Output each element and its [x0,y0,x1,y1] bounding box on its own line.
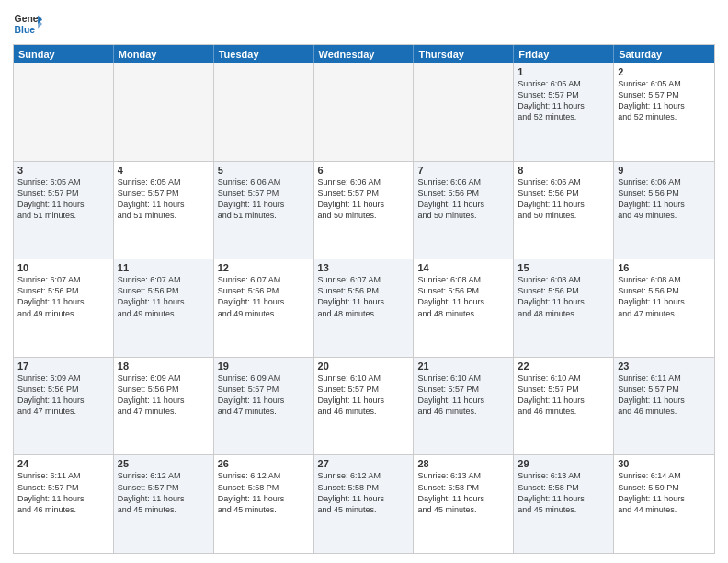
calendar-cell: 10Sunrise: 6:07 AM Sunset: 5:56 PM Dayli… [14,259,114,357]
day-info: Sunrise: 6:05 AM Sunset: 5:57 PM Dayligh… [17,177,109,222]
day-info: Sunrise: 6:12 AM Sunset: 5:58 PM Dayligh… [318,470,410,515]
calendar-cell [414,63,514,161]
calendar-cell: 26Sunrise: 6:12 AM Sunset: 5:58 PM Dayli… [214,455,314,553]
day-number: 21 [417,361,509,372]
day-number: 26 [218,458,310,469]
day-info: Sunrise: 6:06 AM Sunset: 5:56 PM Dayligh… [417,177,509,222]
day-info: Sunrise: 6:08 AM Sunset: 5:56 PM Dayligh… [518,274,609,319]
calendar-cell: 8Sunrise: 6:06 AM Sunset: 5:56 PM Daylig… [514,162,614,259]
day-number: 20 [318,361,410,372]
day-info: Sunrise: 6:10 AM Sunset: 5:57 PM Dayligh… [318,373,410,418]
day-number: 5 [218,165,310,176]
calendar-cell: 4Sunrise: 6:05 AM Sunset: 5:57 PM Daylig… [114,162,214,259]
day-info: Sunrise: 6:09 AM Sunset: 5:56 PM Dayligh… [118,373,210,418]
day-number: 11 [118,262,210,273]
day-number: 8 [518,165,609,176]
calendar-row: 1Sunrise: 6:05 AM Sunset: 5:57 PM Daylig… [14,63,714,161]
day-info: Sunrise: 6:13 AM Sunset: 5:58 PM Dayligh… [518,470,609,515]
day-number: 1 [518,66,609,77]
day-info: Sunrise: 6:12 AM Sunset: 5:57 PM Dayligh… [118,470,210,515]
calendar-cell: 22Sunrise: 6:10 AM Sunset: 5:57 PM Dayli… [514,358,614,455]
calendar-body: 1Sunrise: 6:05 AM Sunset: 5:57 PM Daylig… [14,63,714,553]
day-info: Sunrise: 6:05 AM Sunset: 5:57 PM Dayligh… [118,177,210,222]
day-info: Sunrise: 6:07 AM Sunset: 5:56 PM Dayligh… [218,274,310,319]
calendar-cell: 27Sunrise: 6:12 AM Sunset: 5:58 PM Dayli… [314,455,415,553]
calendar-row: 24Sunrise: 6:11 AM Sunset: 5:57 PM Dayli… [14,454,714,553]
day-number: 6 [318,165,410,176]
day-number: 30 [618,458,711,469]
logo: General Blue [13,9,42,39]
day-info: Sunrise: 6:08 AM Sunset: 5:56 PM Dayligh… [618,274,711,319]
day-info: Sunrise: 6:07 AM Sunset: 5:56 PM Dayligh… [118,274,210,319]
calendar-cell: 6Sunrise: 6:06 AM Sunset: 5:57 PM Daylig… [314,162,415,259]
day-info: Sunrise: 6:05 AM Sunset: 5:57 PM Dayligh… [518,78,609,123]
calendar-cell: 1Sunrise: 6:05 AM Sunset: 5:57 PM Daylig… [514,63,614,161]
weekday-header: Tuesday [214,45,314,63]
day-number: 12 [218,262,310,273]
day-number: 10 [17,262,109,273]
calendar-cell: 29Sunrise: 6:13 AM Sunset: 5:58 PM Dayli… [514,455,614,553]
day-info: Sunrise: 6:11 AM Sunset: 5:57 PM Dayligh… [17,470,109,515]
day-number: 18 [118,361,210,372]
day-number: 25 [118,458,210,469]
day-number: 14 [417,262,509,273]
calendar-cell: 14Sunrise: 6:08 AM Sunset: 5:56 PM Dayli… [414,259,514,357]
day-info: Sunrise: 6:14 AM Sunset: 5:59 PM Dayligh… [618,470,711,515]
day-number: 2 [618,66,711,77]
calendar-cell: 18Sunrise: 6:09 AM Sunset: 5:56 PM Dayli… [114,358,214,455]
day-info: Sunrise: 6:06 AM Sunset: 5:56 PM Dayligh… [518,177,609,222]
day-info: Sunrise: 6:13 AM Sunset: 5:58 PM Dayligh… [417,470,509,515]
weekday-header: Saturday [614,45,714,63]
calendar-cell: 23Sunrise: 6:11 AM Sunset: 5:57 PM Dayli… [614,358,714,455]
day-number: 29 [518,458,609,469]
calendar-cell: 2Sunrise: 6:05 AM Sunset: 5:57 PM Daylig… [614,63,714,161]
day-number: 3 [17,165,109,176]
day-info: Sunrise: 6:06 AM Sunset: 5:57 PM Dayligh… [318,177,410,222]
calendar-cell: 5Sunrise: 6:06 AM Sunset: 5:57 PM Daylig… [214,162,314,259]
weekday-header: Thursday [414,45,514,63]
calendar-row: 17Sunrise: 6:09 AM Sunset: 5:56 PM Dayli… [14,357,714,455]
day-number: 28 [417,458,509,469]
calendar-cell: 17Sunrise: 6:09 AM Sunset: 5:56 PM Dayli… [14,358,114,455]
calendar: SundayMondayTuesdayWednesdayThursdayFrid… [13,44,715,554]
calendar-cell: 24Sunrise: 6:11 AM Sunset: 5:57 PM Dayli… [14,455,114,553]
day-number: 4 [118,165,210,176]
day-info: Sunrise: 6:10 AM Sunset: 5:57 PM Dayligh… [417,373,509,418]
day-info: Sunrise: 6:09 AM Sunset: 5:57 PM Dayligh… [218,373,310,418]
calendar-cell [114,63,214,161]
day-info: Sunrise: 6:08 AM Sunset: 5:56 PM Dayligh… [417,274,509,319]
day-info: Sunrise: 6:06 AM Sunset: 5:56 PM Dayligh… [618,177,711,222]
calendar-cell: 12Sunrise: 6:07 AM Sunset: 5:56 PM Dayli… [214,259,314,357]
calendar-cell [314,63,415,161]
day-number: 7 [417,165,509,176]
day-number: 9 [618,165,711,176]
calendar-cell: 16Sunrise: 6:08 AM Sunset: 5:56 PM Dayli… [614,259,714,357]
svg-text:Blue: Blue [15,25,36,35]
calendar-cell: 30Sunrise: 6:14 AM Sunset: 5:59 PM Dayli… [614,455,714,553]
day-info: Sunrise: 6:10 AM Sunset: 5:57 PM Dayligh… [518,373,609,418]
page-header: General Blue [13,9,715,39]
day-number: 27 [318,458,410,469]
day-number: 13 [318,262,410,273]
logo-icon: General Blue [13,9,42,39]
day-number: 23 [618,361,711,372]
calendar-cell: 13Sunrise: 6:07 AM Sunset: 5:56 PM Dayli… [314,259,415,357]
calendar-cell: 20Sunrise: 6:10 AM Sunset: 5:57 PM Dayli… [314,358,415,455]
calendar-cell: 21Sunrise: 6:10 AM Sunset: 5:57 PM Dayli… [414,358,514,455]
day-info: Sunrise: 6:07 AM Sunset: 5:56 PM Dayligh… [318,274,410,319]
calendar-cell: 25Sunrise: 6:12 AM Sunset: 5:57 PM Dayli… [114,455,214,553]
day-number: 16 [618,262,711,273]
day-number: 15 [518,262,609,273]
day-info: Sunrise: 6:12 AM Sunset: 5:58 PM Dayligh… [218,470,310,515]
calendar-cell: 19Sunrise: 6:09 AM Sunset: 5:57 PM Dayli… [214,358,314,455]
day-info: Sunrise: 6:05 AM Sunset: 5:57 PM Dayligh… [618,78,711,123]
day-info: Sunrise: 6:11 AM Sunset: 5:57 PM Dayligh… [618,373,711,418]
calendar-cell [14,63,114,161]
day-info: Sunrise: 6:06 AM Sunset: 5:57 PM Dayligh… [218,177,310,222]
weekday-header: Friday [514,45,614,63]
weekday-header: Monday [114,45,214,63]
day-number: 19 [218,361,310,372]
day-number: 22 [518,361,609,372]
calendar-cell: 28Sunrise: 6:13 AM Sunset: 5:58 PM Dayli… [414,455,514,553]
weekday-header: Wednesday [314,45,415,63]
